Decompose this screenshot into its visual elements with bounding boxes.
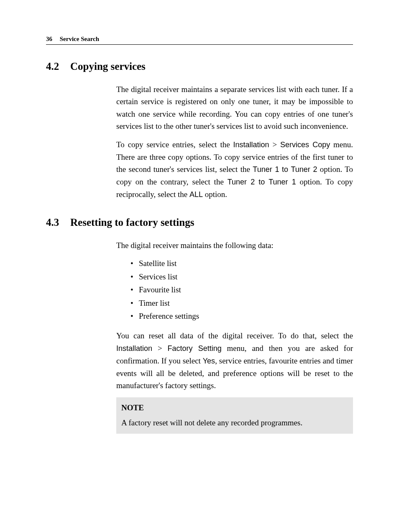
bullet-list: Satellite listServices listFavourite lis… xyxy=(116,257,353,322)
paragraph: The digital receiver maintains a separat… xyxy=(116,83,353,133)
note-text: A factory reset will not delete any reco… xyxy=(121,417,348,429)
paragraph: You can reset all data of the digital re… xyxy=(116,330,353,391)
running-title: Service Search xyxy=(60,36,99,42)
section-heading: 4.2 Copying services xyxy=(46,61,353,72)
ui-label: Tuner 1 to Tuner 2 xyxy=(253,165,317,174)
section-title: Resetting to factory settings xyxy=(70,217,194,228)
list-item: Timer list xyxy=(139,297,353,309)
list-item: Services list xyxy=(139,271,353,283)
page-number: 36 xyxy=(46,36,52,42)
paragraph: The digital receiver maintains the follo… xyxy=(116,239,353,251)
ui-label: Installation xyxy=(233,141,269,149)
running-header: 36 Service Search xyxy=(46,36,353,45)
paragraph: To copy service entries, select the Inst… xyxy=(116,138,353,201)
section-title: Copying services xyxy=(70,61,146,72)
list-item: Preference settings xyxy=(139,310,353,322)
section-4-2: 4.2 Copying services The digital receive… xyxy=(46,61,353,201)
ui-label: ALL xyxy=(189,190,203,199)
section-heading: 4.3 Resetting to factory settings xyxy=(46,217,353,228)
list-item: Satellite list xyxy=(139,257,353,269)
note-title: NOTE xyxy=(121,402,348,414)
ui-label: Installation xyxy=(116,344,152,353)
page: 36 Service Search 4.2 Copying services T… xyxy=(0,0,399,532)
section-number: 4.3 xyxy=(46,217,63,228)
section-4-3: 4.3 Resetting to factory settings The di… xyxy=(46,217,353,434)
note-box: NOTE A factory reset will not delete any… xyxy=(116,397,353,434)
section-body: The digital receiver maintains a separat… xyxy=(116,83,353,201)
ui-label: Factory Setting xyxy=(168,344,222,353)
section-body: The digital receiver maintains the follo… xyxy=(116,239,353,434)
list-item: Favourite list xyxy=(139,284,353,296)
ui-label: Services Copy xyxy=(280,141,330,149)
menu-separator: > xyxy=(269,140,280,149)
ui-label: Tuner 2 to Tuner 1 xyxy=(228,178,296,186)
ui-label: Yes xyxy=(203,357,215,365)
section-number: 4.2 xyxy=(46,61,63,72)
menu-separator: > xyxy=(152,344,167,353)
